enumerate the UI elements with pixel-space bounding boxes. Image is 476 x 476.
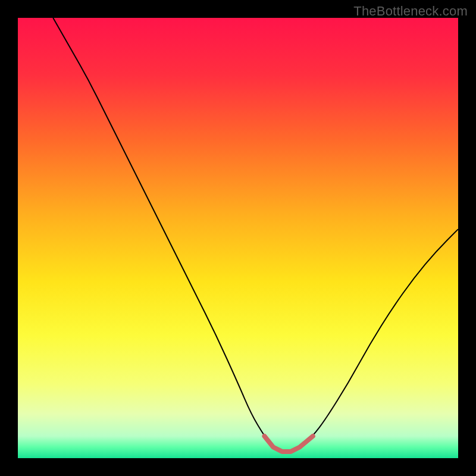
watermark-text: TheBottleneck.com bbox=[353, 4, 468, 19]
chart-svg bbox=[18, 18, 458, 458]
chart-frame: TheBottleneck.com bbox=[0, 0, 476, 476]
plot-area bbox=[18, 18, 458, 458]
gradient-rect bbox=[18, 18, 458, 458]
